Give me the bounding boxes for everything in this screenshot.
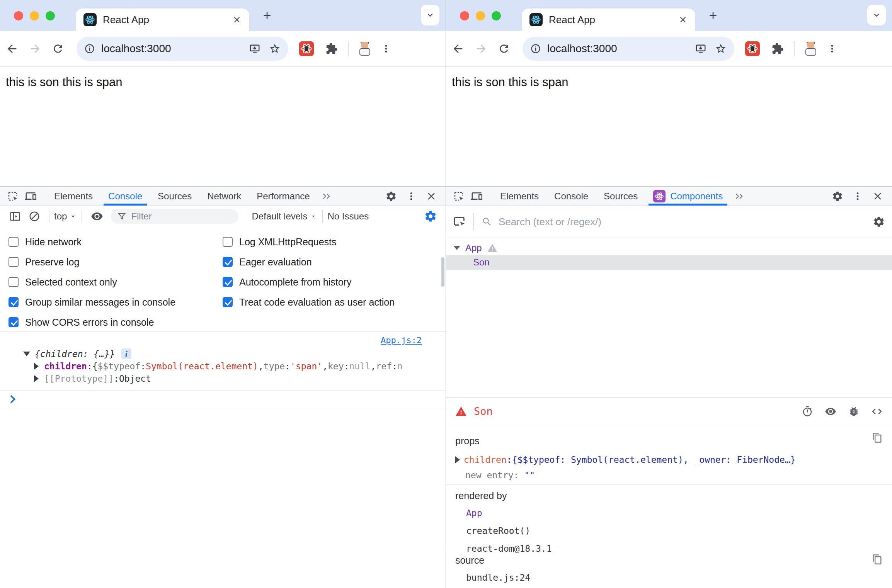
- devtools-close-icon[interactable]: [872, 190, 883, 202]
- tab-sources[interactable]: Sources: [596, 187, 645, 206]
- log-component-bug-icon[interactable]: [848, 406, 860, 417]
- setting-autocomplete-history[interactable]: Autocomplete from history: [223, 272, 446, 292]
- minimize-window-button[interactable]: [476, 11, 485, 20]
- setting-selected-context-only[interactable]: Selected context only: [9, 272, 223, 292]
- zoom-window-button[interactable]: [492, 11, 501, 20]
- checkbox[interactable]: [223, 257, 233, 267]
- tab-close-icon[interactable]: [678, 15, 688, 24]
- console-settings-gear-icon[interactable]: [424, 210, 437, 223]
- extensions-puzzle-icon[interactable]: [771, 42, 784, 55]
- install-app-icon[interactable]: [249, 43, 260, 54]
- checkbox[interactable]: [223, 277, 233, 287]
- tab-search-button[interactable]: [421, 5, 439, 25]
- console-children-property-row[interactable]: children : { $$typeof : Symbol(react.ele…: [0, 360, 446, 372]
- collapse-triangle-icon[interactable]: [23, 352, 30, 356]
- bookmark-star-icon[interactable]: [269, 43, 281, 54]
- more-tabs-icon[interactable]: [734, 191, 744, 202]
- checkbox[interactable]: [223, 237, 233, 247]
- devtools-close-icon[interactable]: [426, 190, 437, 202]
- browser-tab[interactable]: React App: [522, 8, 695, 31]
- react-devtools-extension-icon[interactable]: [745, 41, 760, 56]
- live-expression-eye-icon[interactable]: [91, 210, 103, 223]
- reload-button[interactable]: [52, 42, 64, 55]
- address-bar[interactable]: localhost:3000: [77, 37, 288, 61]
- suspend-timer-icon[interactable]: [802, 406, 813, 417]
- checkbox[interactable]: [223, 297, 233, 307]
- tab-elements[interactable]: Elements: [46, 187, 100, 206]
- console-empty-area[interactable]: [0, 408, 446, 588]
- log-levels-dropdown[interactable]: Default levels: [252, 211, 317, 222]
- tree-item-son[interactable]: Son: [446, 255, 892, 270]
- profile-avatar[interactable]: [804, 42, 818, 56]
- new-tab-button[interactable]: [261, 10, 273, 21]
- site-info-icon[interactable]: [84, 43, 95, 54]
- tab-sources[interactable]: Sources: [150, 187, 199, 206]
- install-app-icon[interactable]: [695, 43, 706, 54]
- console-input-prompt[interactable]: [0, 391, 446, 408]
- console-source-link[interactable]: App.js:2: [381, 335, 422, 345]
- browser-menu-kebab-icon[interactable]: [380, 43, 392, 54]
- close-window-button[interactable]: [14, 11, 23, 20]
- tab-elements[interactable]: Elements: [492, 187, 546, 206]
- rendered-by-app-link[interactable]: App: [455, 507, 883, 519]
- back-button[interactable]: [5, 42, 19, 55]
- components-search-input[interactable]: Search (text or /regex/): [499, 216, 601, 228]
- settings-scrollbar[interactable]: [441, 257, 444, 287]
- view-source-code-icon[interactable]: [871, 406, 883, 417]
- tab-search-button[interactable]: [867, 5, 886, 25]
- checkbox[interactable]: [9, 317, 19, 327]
- expand-triangle-icon[interactable]: [455, 456, 460, 463]
- minimize-window-button[interactable]: [30, 11, 39, 20]
- setting-preserve-log[interactable]: Preserve log: [9, 252, 223, 272]
- forward-button[interactable]: [475, 42, 488, 55]
- device-toolbar-icon[interactable]: [25, 190, 36, 202]
- components-settings-gear-icon[interactable]: [873, 216, 885, 228]
- inspect-element-icon[interactable]: [7, 190, 19, 202]
- setting-show-cors-errors[interactable]: Show CORS errors in console: [9, 312, 223, 332]
- browser-tab[interactable]: React App: [76, 8, 249, 31]
- checkbox[interactable]: [9, 297, 19, 307]
- reload-button[interactable]: [498, 42, 510, 55]
- setting-group-similar[interactable]: Group similar messages in console: [9, 292, 223, 312]
- site-info-icon[interactable]: [530, 43, 541, 54]
- devtools-menu-kebab-icon[interactable]: [405, 190, 417, 202]
- tree-item-app[interactable]: App: [446, 241, 892, 255]
- device-toolbar-icon[interactable]: [471, 190, 482, 202]
- tab-console[interactable]: Console: [100, 187, 150, 206]
- setting-log-xmlhttprequests[interactable]: Log XMLHttpRequests: [223, 232, 446, 252]
- profile-avatar[interactable]: [358, 42, 372, 56]
- more-tabs-icon[interactable]: [321, 191, 332, 202]
- tab-network[interactable]: Network: [199, 187, 249, 206]
- checkbox[interactable]: [9, 257, 19, 267]
- tab-console[interactable]: Console: [546, 187, 596, 206]
- back-button[interactable]: [451, 42, 465, 55]
- expand-triangle-icon[interactable]: [34, 363, 39, 370]
- select-component-icon[interactable]: [453, 215, 466, 228]
- tab-close-icon[interactable]: [232, 15, 242, 24]
- tab-components[interactable]: Components: [645, 187, 730, 206]
- inspect-dom-eye-icon[interactable]: [825, 406, 836, 417]
- extensions-puzzle-icon[interactable]: [325, 42, 338, 55]
- checkbox[interactable]: [9, 277, 19, 287]
- devtools-menu-kebab-icon[interactable]: [852, 190, 863, 202]
- prop-new-entry-row[interactable]: new entry: "": [455, 469, 883, 481]
- copy-icon[interactable]: [872, 554, 883, 565]
- devtools-settings-gear-icon[interactable]: [385, 190, 397, 202]
- react-devtools-extension-icon[interactable]: [299, 41, 314, 56]
- console-object-preview-row[interactable]: {children: {…}} i: [0, 348, 446, 360]
- address-bar[interactable]: localhost:3000: [523, 37, 734, 61]
- issues-counter[interactable]: No Issues: [327, 211, 369, 222]
- setting-treat-eval-user-action[interactable]: Treat code evaluation as user action: [223, 292, 446, 312]
- setting-hide-network[interactable]: Hide network: [9, 232, 223, 252]
- setting-eager-evaluation[interactable]: Eager evaluation: [223, 252, 446, 272]
- console-sidebar-icon[interactable]: [9, 211, 21, 222]
- context-selector[interactable]: top: [54, 211, 77, 222]
- prop-children-row[interactable]: children : {$$typeof: Symbol(react.eleme…: [455, 454, 883, 466]
- console-filter-input[interactable]: Filter: [111, 209, 238, 224]
- copy-icon[interactable]: [872, 432, 883, 443]
- checkbox[interactable]: [9, 237, 19, 247]
- collapse-triangle-icon[interactable]: [454, 246, 460, 250]
- devtools-settings-gear-icon[interactable]: [832, 190, 843, 202]
- zoom-window-button[interactable]: [46, 11, 55, 20]
- tab-performance[interactable]: Performance: [249, 187, 317, 206]
